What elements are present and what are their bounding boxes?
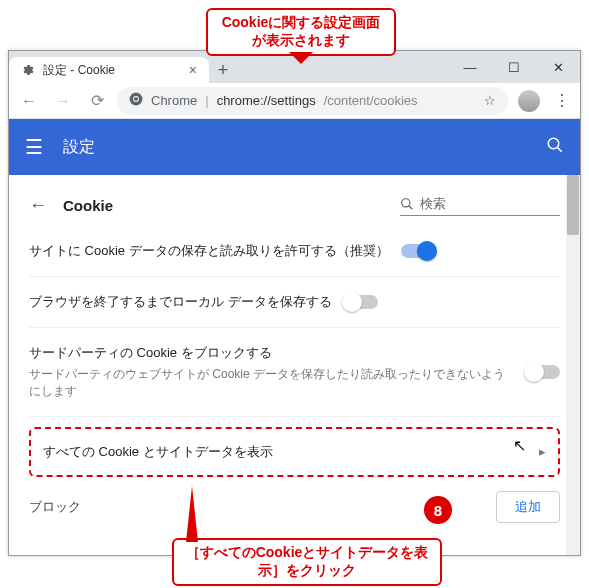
block-label: ブロック — [29, 498, 81, 516]
setting-title: サイトに Cookie データの保存と読み取りを許可する（推奨） — [29, 242, 389, 260]
omnibox-url-main: chrome://settings — [217, 93, 316, 108]
back-arrow-icon[interactable]: ← — [29, 195, 47, 216]
row-label: すべての Cookie とサイトデータを表示 — [43, 443, 273, 461]
maximize-button[interactable]: ☐ — [492, 51, 536, 83]
setting-title: サードパーティの Cookie をブロックする — [29, 344, 514, 362]
cursor-icon: ↖ — [513, 436, 526, 455]
scrollbar-thumb[interactable] — [567, 175, 579, 235]
tab-title: 設定 - Cookie — [43, 62, 181, 79]
settings-search-input[interactable]: 検索 — [400, 195, 560, 216]
reload-button[interactable]: ⟳ — [83, 87, 111, 115]
all-cookies-row[interactable]: すべての Cookie とサイトデータを表示 ▸ — [31, 429, 558, 475]
svg-line-7 — [409, 206, 413, 210]
kebab-menu-icon[interactable]: ⋮ — [550, 91, 574, 110]
svg-point-6 — [402, 199, 410, 207]
toggle-switch[interactable] — [344, 295, 378, 309]
page-title: Cookie — [63, 197, 113, 214]
scrollbar[interactable] — [566, 175, 580, 555]
settings-appbar: ☰ 設定 — [9, 119, 580, 175]
new-tab-button[interactable]: + — [209, 57, 237, 83]
setting-block-third-party[interactable]: サードパーティの Cookie をブロックする サードパーティのウェブサイトが … — [29, 328, 560, 417]
omnibox[interactable]: Chrome | chrome://settings/content/cooki… — [117, 87, 508, 115]
search-icon — [400, 197, 414, 211]
badge-number: 8 — [434, 502, 442, 519]
toggle-switch[interactable] — [526, 365, 560, 379]
omnibox-scheme: Chrome — [151, 93, 197, 108]
highlight-box: すべての Cookie とサイトデータを表示 ▸ — [29, 427, 560, 477]
omnibox-separator: | — [205, 93, 208, 108]
settings-content: ← Cookie 検索 サイトに Cookie データの保存と読み取りを許可する… — [9, 175, 580, 555]
hamburger-icon[interactable]: ☰ — [25, 135, 43, 159]
toggle-switch[interactable] — [401, 244, 435, 258]
svg-point-4 — [548, 138, 559, 149]
appbar-title: 設定 — [63, 137, 95, 158]
annotation-callout-bottom: ［すべてのCookieとサイトデータを表示］をクリック — [172, 538, 442, 586]
setting-title: ブラウザを終了するまでローカル データを保存する — [29, 293, 332, 311]
address-bar: ← → ⟳ Chrome | chrome://settings/content… — [9, 83, 580, 119]
block-section: ブロック 追加 — [29, 477, 560, 523]
close-window-button[interactable]: ✕ — [536, 51, 580, 83]
close-tab-icon[interactable]: × — [189, 62, 197, 78]
bookmark-star-icon[interactable]: ☆ — [484, 93, 496, 108]
add-button[interactable]: 追加 — [496, 491, 560, 523]
setting-keep-until-exit[interactable]: ブラウザを終了するまでローカル データを保存する — [29, 277, 560, 328]
setting-allow-cookies[interactable]: サイトに Cookie データの保存と読み取りを許可する（推奨） — [29, 226, 560, 277]
gear-icon — [21, 63, 35, 77]
chrome-icon — [129, 92, 143, 109]
page-header: ← Cookie 検索 — [29, 175, 560, 226]
step-badge: 8 — [424, 496, 452, 524]
forward-button[interactable]: → — [49, 87, 77, 115]
chevron-right-icon: ▸ — [539, 444, 546, 459]
browser-tab[interactable]: 設定 - Cookie × — [9, 57, 209, 83]
browser-window: 設定 - Cookie × + — ☐ ✕ ← → ⟳ Chrome | chr… — [8, 50, 581, 556]
back-button[interactable]: ← — [15, 87, 43, 115]
setting-subtitle: サードパーティのウェブサイトが Cookie データを保存したり読み取ったりでき… — [29, 366, 514, 400]
search-icon[interactable] — [546, 136, 564, 159]
minimize-button[interactable]: — — [448, 51, 492, 83]
svg-point-3 — [134, 97, 138, 101]
omnibox-url-rest: /content/cookies — [324, 93, 418, 108]
svg-line-5 — [557, 147, 562, 152]
callout-top-text: Cookieに関する設定画面が表示されます — [222, 14, 381, 48]
profile-avatar[interactable] — [518, 90, 540, 112]
annotation-callout-top: Cookieに関する設定画面が表示されます — [206, 8, 396, 56]
callout-bottom-text: ［すべてのCookieとサイトデータを表示］をクリック — [186, 544, 429, 578]
search-placeholder: 検索 — [420, 195, 446, 213]
